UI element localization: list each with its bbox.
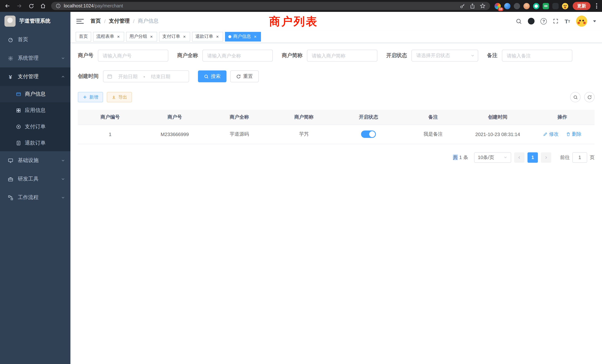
reset-button[interactable]: 重置: [230, 70, 259, 82]
tab-refund-order[interactable]: 退款订单: [192, 32, 223, 41]
extension-badge: 10: [498, 7, 503, 11]
tab-pay-order[interactable]: 支付订单: [159, 32, 190, 41]
github-icon[interactable]: [528, 18, 535, 24]
blue-drop-extension-icon[interactable]: [504, 3, 510, 9]
forward-button[interactable]: [16, 2, 23, 10]
status-toggle[interactable]: [361, 130, 376, 138]
sidebar-item-home[interactable]: 首页: [0, 30, 70, 49]
tab-merchant-info[interactable]: 商户信息: [225, 32, 261, 41]
select-placeholder: 请选择开启状态: [416, 52, 450, 59]
toggle-search-button[interactable]: [570, 92, 580, 102]
sidebar-item-workflow[interactable]: 工作流程: [0, 188, 70, 207]
refresh-table-button[interactable]: [584, 92, 595, 102]
delete-button[interactable]: 删除: [566, 131, 581, 138]
next-page-button[interactable]: [541, 152, 551, 162]
password-key-icon[interactable]: [460, 3, 465, 9]
status-select[interactable]: 请选择开启状态: [411, 50, 478, 62]
merchant-no-input[interactable]: [98, 50, 168, 62]
short-name-input[interactable]: [307, 50, 377, 62]
dark-circle-extension-icon[interactable]: [514, 3, 520, 9]
merchant-card-icon: [16, 91, 21, 97]
search-icon[interactable]: [516, 18, 522, 24]
add-button[interactable]: 新增: [78, 92, 103, 102]
chevron-down-icon: [61, 158, 65, 163]
gear-icon: [7, 55, 13, 61]
pagination: 共1条 10条/页 1 前往 页: [78, 152, 595, 162]
close-icon[interactable]: [182, 34, 187, 39]
emoji-face-extension-icon[interactable]: [562, 3, 568, 9]
table-toolbar: 新增 导出: [78, 92, 595, 102]
remark-input[interactable]: [502, 50, 572, 62]
filter-short-name: 商户简称: [282, 50, 377, 62]
bookmark-star-icon[interactable]: [480, 3, 486, 9]
prev-page-button[interactable]: [514, 152, 525, 162]
breadcrumb-home[interactable]: 首页: [90, 18, 101, 24]
close-icon[interactable]: [253, 34, 258, 39]
user-avatar[interactable]: [576, 16, 587, 27]
page-size-select[interactable]: 10条/页: [474, 152, 511, 162]
close-icon[interactable]: [149, 34, 154, 39]
cell-status: [336, 125, 401, 144]
chevron-down-icon[interactable]: [593, 20, 596, 22]
end-date-input[interactable]: [147, 74, 174, 79]
reload-button[interactable]: [27, 2, 35, 10]
green-ring-extension-icon[interactable]: [533, 3, 539, 9]
address-bar[interactable]: localhost:1024/pay/merchant: [51, 2, 490, 10]
tags-view: 首页 流程表单 用户分组 支付订单 退款订单: [70, 30, 602, 43]
sidebar-item-dev-tools[interactable]: 研发工具: [0, 170, 70, 188]
breadcrumb-separator: /: [133, 18, 135, 24]
cell-merchant-no: M233666999: [142, 125, 207, 144]
green-sheet-extension-icon[interactable]: [543, 3, 549, 9]
cell-created-at: 2021-10-23 08:31:14: [465, 125, 530, 144]
help-icon[interactable]: ?: [541, 18, 547, 24]
app-logo[interactable]: 芋道管理系统: [0, 12, 70, 30]
edit-button[interactable]: 修改: [543, 131, 559, 138]
filter-row-2: 创建时间 - 搜索 重置: [78, 70, 595, 82]
sidebar-toggle-button[interactable]: [76, 19, 84, 23]
avatar-extension-icon[interactable]: [523, 3, 530, 9]
font-size-icon[interactable]: TT: [565, 18, 570, 24]
download-icon: [112, 95, 116, 99]
breadcrumb-separator: /: [104, 18, 106, 24]
pagination-goto: 前往 页: [560, 152, 595, 162]
sidebar-item-merchant-info[interactable]: 商户信息: [0, 86, 70, 102]
breadcrumb-payment[interactable]: 支付管理: [109, 18, 130, 24]
close-icon[interactable]: [116, 34, 121, 39]
sidebar-item-infrastructure[interactable]: 基础设施: [0, 151, 70, 170]
goto-label: 前往: [560, 154, 570, 161]
tab-user-group[interactable]: 用户分组: [126, 32, 157, 41]
home-button[interactable]: [39, 2, 47, 10]
sidebar-item-refund-order[interactable]: 退款订单: [0, 135, 70, 151]
tab-home[interactable]: 首页: [76, 32, 91, 41]
dark-pin-extension-icon[interactable]: [552, 3, 559, 9]
plus-icon: [83, 95, 87, 99]
sidebar-item-payment[interactable]: ¥ 支付管理: [0, 67, 70, 86]
toolbox-icon: [7, 176, 13, 182]
export-button[interactable]: 导出: [107, 92, 132, 102]
column-header: 创建时间: [465, 110, 530, 125]
full-name-input[interactable]: [202, 50, 273, 62]
start-date-input[interactable]: [115, 74, 141, 79]
dashboard-icon: [7, 37, 13, 43]
search-button-label: 搜索: [211, 73, 221, 80]
back-button[interactable]: [4, 2, 11, 10]
share-icon[interactable]: [470, 3, 475, 9]
filter-status: 开启状态 请选择开启状态: [386, 50, 478, 62]
pinwheel-extension-icon[interactable]: 10: [494, 3, 501, 9]
browser-menu-button[interactable]: [595, 2, 598, 10]
close-icon[interactable]: [215, 34, 220, 39]
chevron-up-icon: [61, 75, 65, 79]
chevron-down-icon: [470, 53, 475, 58]
goto-page-input[interactable]: [572, 152, 587, 162]
page-number-button[interactable]: 1: [527, 152, 538, 162]
fullscreen-icon[interactable]: [553, 18, 559, 24]
tab-label: 用户分组: [129, 33, 147, 40]
browser-update-button[interactable]: 更新: [573, 2, 591, 10]
site-info-icon[interactable]: [56, 3, 61, 9]
date-range-picker[interactable]: -: [103, 70, 189, 82]
tab-process-form[interactable]: 流程表单: [93, 32, 124, 41]
search-button[interactable]: 搜索: [198, 70, 226, 82]
sidebar-item-app-info[interactable]: 应用信息: [0, 102, 70, 119]
sidebar-item-system[interactable]: 系统管理: [0, 49, 70, 67]
sidebar-item-pay-order[interactable]: 支付订单: [0, 119, 70, 135]
